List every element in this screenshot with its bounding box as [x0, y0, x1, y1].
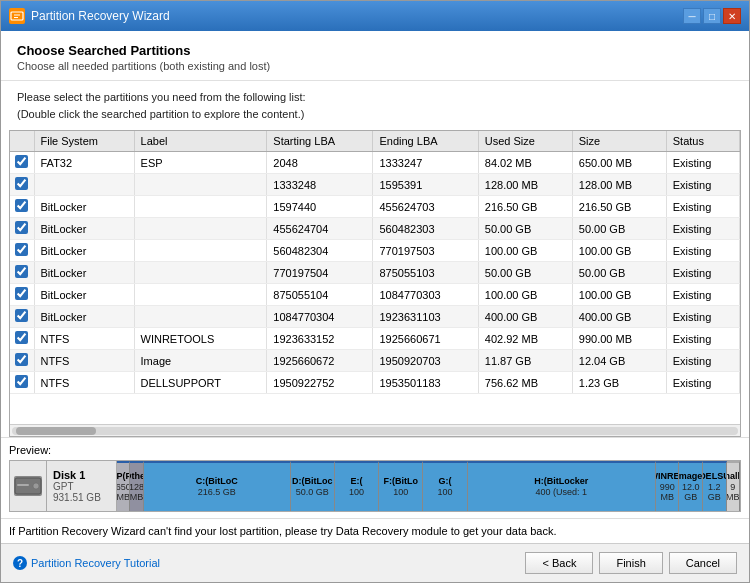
- scrollbar-track[interactable]: [12, 427, 738, 435]
- col-filesystem: File System: [34, 131, 134, 152]
- row-checkbox[interactable]: [15, 287, 28, 300]
- cancel-button[interactable]: Cancel: [669, 552, 737, 574]
- partition-block[interactable]: DELSU1.2 GB: [703, 461, 727, 511]
- row-checkbox-cell[interactable]: [10, 152, 34, 174]
- row-checkbox[interactable]: [15, 199, 28, 212]
- row-checkbox-cell[interactable]: [10, 174, 34, 196]
- row-checkbox-cell[interactable]: [10, 196, 34, 218]
- partition-block[interactable]: C:(BitLoC216.5 GB: [144, 461, 291, 511]
- row-checkbox-cell[interactable]: [10, 372, 34, 394]
- partition-block[interactable]: Image(12.0 GB: [679, 461, 703, 511]
- partition-block[interactable]: F:(BitLo100: [379, 461, 423, 511]
- row-end: 1084770303: [373, 284, 478, 306]
- partition-block[interactable]: (Other)128 MB: [130, 461, 143, 511]
- row-checkbox[interactable]: [15, 243, 28, 256]
- row-label: [134, 196, 267, 218]
- row-checkbox-cell[interactable]: [10, 218, 34, 240]
- row-checkbox-cell[interactable]: [10, 284, 34, 306]
- row-checkbox-cell[interactable]: [10, 240, 34, 262]
- scrollbar-thumb[interactable]: [16, 427, 96, 435]
- row-start: 1950922752: [267, 372, 373, 394]
- row-status: Existing: [666, 262, 739, 284]
- row-checkbox-cell[interactable]: [10, 306, 34, 328]
- table-row[interactable]: BitLocker45562470456048230350.00 GB50.00…: [10, 218, 740, 240]
- row-end: 455624703: [373, 196, 478, 218]
- row-end: 1923631103: [373, 306, 478, 328]
- row-size: 50.00 GB: [572, 262, 666, 284]
- table-row[interactable]: 13332481595391128.00 MB128.00 MBExisting: [10, 174, 740, 196]
- row-size: 990.00 MB: [572, 328, 666, 350]
- row-fs: NTFS: [34, 328, 134, 350]
- svg-rect-0: [11, 12, 23, 20]
- col-label: Label: [134, 131, 267, 152]
- table-row[interactable]: BitLocker1597440455624703216.50 GB216.50…: [10, 196, 740, 218]
- row-status: Existing: [666, 372, 739, 394]
- table-row[interactable]: BitLocker10847703041923631103400.00 GB40…: [10, 306, 740, 328]
- row-end: 1925660671: [373, 328, 478, 350]
- row-checkbox[interactable]: [15, 265, 28, 278]
- table-row[interactable]: BitLocker560482304770197503100.00 GB100.…: [10, 240, 740, 262]
- table-scroll-area[interactable]: File System Label Starting LBA Ending LB…: [10, 131, 740, 424]
- row-start: 875055104: [267, 284, 373, 306]
- row-checkbox-cell[interactable]: [10, 328, 34, 350]
- row-label: [134, 284, 267, 306]
- partition-block[interactable]: H:(BitLocker400 (Used: 1: [468, 461, 656, 511]
- table-body: FAT32ESP2048133324784.02 MB650.00 MBExis…: [10, 152, 740, 394]
- finish-button[interactable]: Finish: [599, 552, 662, 574]
- row-status: Existing: [666, 306, 739, 328]
- partition-block[interactable]: ESP(FAT650 MB: [117, 461, 130, 511]
- partition-label: F:(BitLo: [383, 476, 417, 487]
- row-checkbox[interactable]: [15, 331, 28, 344]
- preview-label: Preview:: [9, 444, 741, 456]
- partition-block[interactable]: D:(BitLoc50.0 GB: [291, 461, 335, 511]
- header-section: Choose Searched Partitions Choose all ne…: [1, 31, 749, 81]
- row-checkbox-cell[interactable]: [10, 350, 34, 372]
- instruction-section: Please select the partitions you need fr…: [1, 81, 749, 130]
- row-size: 50.00 GB: [572, 218, 666, 240]
- partition-label: Image(: [679, 471, 703, 482]
- disk-icon: [14, 476, 42, 496]
- horizontal-scrollbar[interactable]: [10, 424, 740, 436]
- partition-block[interactable]: G:(100: [423, 461, 467, 511]
- partition-label: E:(: [351, 476, 363, 487]
- tutorial-link[interactable]: ? Partition Recovery Tutorial: [13, 556, 160, 570]
- row-checkbox[interactable]: [15, 155, 28, 168]
- row-fs: BitLocker: [34, 218, 134, 240]
- row-checkbox[interactable]: [15, 353, 28, 366]
- footer-buttons: < Back Finish Cancel: [525, 552, 737, 574]
- partition-block[interactable]: (Unalloc9 MB: [727, 461, 740, 511]
- partition-block[interactable]: E:(100: [335, 461, 379, 511]
- content-area: Choose Searched Partitions Choose all ne…: [1, 31, 749, 543]
- partition-label: WINRET: [656, 471, 680, 482]
- minimize-button[interactable]: ─: [683, 8, 701, 24]
- row-end: 1333247: [373, 152, 478, 174]
- partition-label: H:(BitLocker: [534, 476, 588, 487]
- table-row[interactable]: NTFSImage1925660672195092070311.87 GB12.…: [10, 350, 740, 372]
- row-checkbox[interactable]: [15, 375, 28, 388]
- table-row[interactable]: NTFSDELLSUPPORT19509227521953501183756.6…: [10, 372, 740, 394]
- row-fs: BitLocker: [34, 284, 134, 306]
- close-button[interactable]: ✕: [723, 8, 741, 24]
- row-checkbox-cell[interactable]: [10, 262, 34, 284]
- row-fs: BitLocker: [34, 306, 134, 328]
- row-fs: FAT32: [34, 152, 134, 174]
- row-fs: BitLocker: [34, 196, 134, 218]
- partition-size: 12.0 GB: [680, 482, 701, 504]
- row-used: 216.50 GB: [478, 196, 572, 218]
- row-end: 1595391: [373, 174, 478, 196]
- row-label: ESP: [134, 152, 267, 174]
- back-button[interactable]: < Back: [525, 552, 593, 574]
- row-size: 650.00 MB: [572, 152, 666, 174]
- row-fs: NTFS: [34, 372, 134, 394]
- row-checkbox[interactable]: [15, 221, 28, 234]
- row-checkbox[interactable]: [15, 309, 28, 322]
- maximize-button[interactable]: □: [703, 8, 721, 24]
- partition-block[interactable]: WINRET990 MB: [656, 461, 680, 511]
- row-end: 770197503: [373, 240, 478, 262]
- row-checkbox[interactable]: [15, 177, 28, 190]
- table-row[interactable]: NTFSWINRETOOLS19236331521925660671402.92…: [10, 328, 740, 350]
- table-row[interactable]: BitLocker77019750487505510350.00 GB50.00…: [10, 262, 740, 284]
- table-row[interactable]: BitLocker8750551041084770303100.00 GB100…: [10, 284, 740, 306]
- table-row[interactable]: FAT32ESP2048133324784.02 MB650.00 MBExis…: [10, 152, 740, 174]
- row-label: [134, 218, 267, 240]
